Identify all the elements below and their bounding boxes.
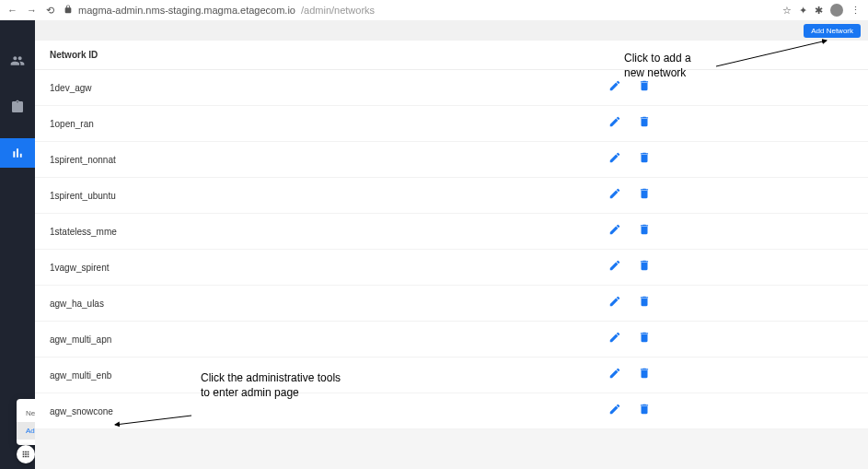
network-id-cell: 1spirent_nonnat <box>50 155 608 165</box>
menu-icon[interactable]: ⋮ <box>851 5 861 17</box>
trash-icon <box>638 403 651 416</box>
network-id-cell: 1stateless_mme <box>50 227 608 237</box>
pencil-icon <box>608 115 621 128</box>
pencil-icon <box>608 259 621 272</box>
pencil-icon <box>608 367 621 380</box>
delete-button[interactable] <box>638 331 651 347</box>
delete-button[interactable] <box>638 187 651 204</box>
apps-icon <box>21 450 30 459</box>
trash-icon <box>638 223 651 236</box>
pencil-icon <box>608 331 621 344</box>
delete-button[interactable] <box>638 79 651 96</box>
network-id-cell: 1open_ran <box>50 119 608 129</box>
network-id-cell: agw_multi_apn <box>50 334 608 345</box>
bar-chart-icon <box>10 146 25 160</box>
table-row: 1spirent_ubuntu <box>35 178 868 214</box>
trash-icon <box>638 115 651 128</box>
network-id-cell: agw_ha_ulas <box>50 299 608 309</box>
table-row: 1spirent_nonnat <box>35 142 868 178</box>
trash-icon <box>638 187 651 200</box>
edit-button[interactable] <box>608 403 621 419</box>
network-id-cell: 1dev_agw <box>50 83 608 93</box>
edit-button[interactable] <box>608 295 621 311</box>
table-row: agw_multi_enb <box>35 358 868 393</box>
edit-button[interactable] <box>608 79 621 96</box>
delete-button[interactable] <box>638 151 651 168</box>
main-content: Add Network Network ID 1dev_agw1open_ran… <box>35 20 868 469</box>
pencil-icon <box>608 79 621 92</box>
users-icon <box>10 53 25 68</box>
edit-button[interactable] <box>608 223 621 240</box>
delete-button[interactable] <box>638 223 651 240</box>
edit-button[interactable] <box>608 367 621 383</box>
networks-table: Network ID 1dev_agw1open_ran1spirent_non… <box>35 41 868 429</box>
back-icon[interactable]: ← <box>7 5 17 16</box>
trash-icon <box>638 331 651 344</box>
table-row: 1stateless_mme <box>35 214 868 250</box>
edit-button[interactable] <box>608 115 621 132</box>
trash-icon <box>638 151 651 164</box>
url-path: /admin/networks <box>301 5 375 16</box>
forward-icon[interactable]: → <box>27 5 37 16</box>
pencil-icon <box>608 295 621 308</box>
delete-button[interactable] <box>638 115 651 132</box>
delete-button[interactable] <box>638 403 651 419</box>
star-icon[interactable]: ☆ <box>782 5 792 17</box>
delete-button[interactable] <box>638 295 651 311</box>
trash-icon <box>638 79 651 92</box>
table-row: agw_multi_apn <box>35 322 868 358</box>
table-row: 1vagw_spirent <box>35 250 868 286</box>
clipboard-icon <box>10 100 25 114</box>
network-id-cell: 1spirent_ubuntu <box>50 191 608 201</box>
browser-address-bar: ← → ⟲ magma-admin.nms-staging.magma.etag… <box>0 0 868 20</box>
avatar[interactable] <box>830 4 843 17</box>
pencil-icon <box>608 151 621 164</box>
delete-button[interactable] <box>638 367 651 383</box>
reload-icon[interactable]: ⟲ <box>46 5 54 17</box>
url-host: magma-admin.nms-staging.magma.etagecom.i… <box>78 5 295 16</box>
add-network-button[interactable]: Add Network <box>804 24 861 38</box>
trash-icon <box>638 367 651 380</box>
edit-button[interactable] <box>608 331 621 347</box>
sidebar-item-audit[interactable] <box>0 92 35 122</box>
pencil-icon <box>608 187 621 200</box>
table-row: agw_snowcone <box>35 393 868 429</box>
network-id-cell: 1vagw_spirent <box>50 263 608 273</box>
edit-button[interactable] <box>608 151 621 168</box>
topbar: Add Network <box>35 20 868 41</box>
apps-fab-button[interactable] <box>17 445 35 463</box>
table-row: 1dev_agw <box>35 70 868 106</box>
network-id-cell: agw_snowcone <box>50 406 608 416</box>
sidebar-item-metrics[interactable] <box>0 138 35 168</box>
network-id-cell: agw_multi_enb <box>50 370 608 381</box>
table-row: 1open_ran <box>35 106 868 142</box>
pencil-icon <box>608 223 621 236</box>
sidebar-item-users[interactable] <box>0 46 35 76</box>
delete-button[interactable] <box>638 259 651 276</box>
trash-icon <box>638 295 651 308</box>
edit-button[interactable] <box>608 259 621 276</box>
table-row: agw_ha_ulas <box>35 286 868 322</box>
table-header-network-id: Network ID <box>35 41 868 70</box>
pencil-icon <box>608 403 621 416</box>
edit-button[interactable] <box>608 187 621 204</box>
puzzle-icon[interactable]: ✱ <box>815 5 823 17</box>
trash-icon <box>638 259 651 272</box>
lock-icon <box>64 5 73 16</box>
extension-icon[interactable]: ✦ <box>799 5 807 17</box>
